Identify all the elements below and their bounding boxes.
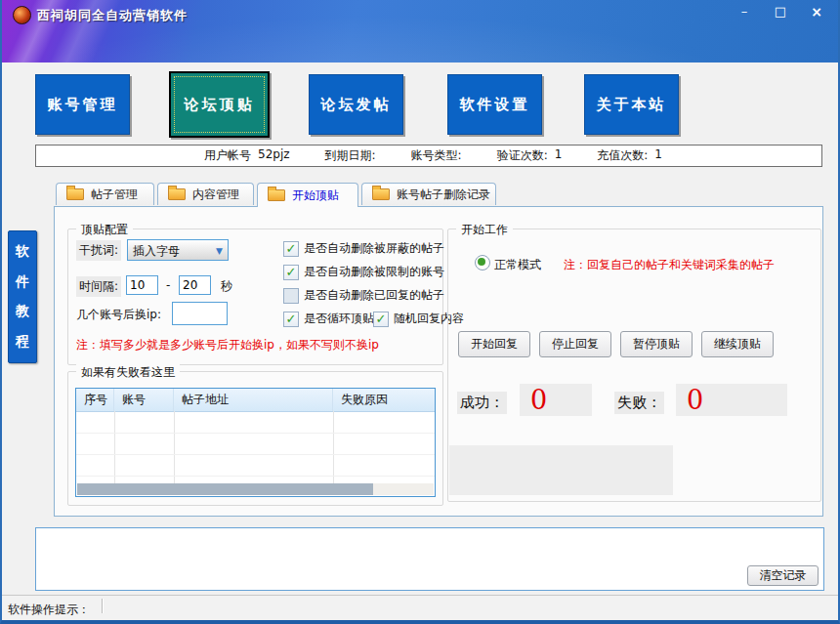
maximize-icon[interactable]: □ bbox=[771, 3, 790, 21]
status-panel bbox=[449, 445, 673, 495]
recharge-count-value: 1 bbox=[654, 147, 662, 164]
fail-count: 0 bbox=[676, 384, 787, 416]
failures-table: 序号 账号 帖子地址 失败原因 bbox=[75, 388, 436, 497]
software-tutorial-button[interactable]: 软 件 教 程 bbox=[8, 230, 37, 363]
folder-icon bbox=[268, 189, 285, 201]
checkbox-icon bbox=[283, 288, 299, 304]
ip-switch-label: 几个账号后换ip: bbox=[76, 307, 161, 323]
titlebar: 西祠胡同全自动营销软件 – □ × bbox=[0, 0, 840, 62]
status-bar: 软件操作提示： bbox=[0, 595, 840, 621]
status-hint-label: 软件操作提示： bbox=[8, 602, 90, 618]
checkbox-delete-replied-posts[interactable]: 是否自动删除已回复的帖子 bbox=[283, 287, 444, 304]
bump-config-group: 顶贴配置 干扰词: 插入字母 ▼ ✓ 是否自动删除被屏蔽的帖子 ✓ 是否自动删除… bbox=[67, 229, 443, 365]
scrollbar-thumb[interactable] bbox=[77, 483, 373, 495]
resume-bump-button[interactable]: 继续顶贴 bbox=[701, 331, 774, 357]
tab-strip: 帖子管理 内容管理 开始顶贴 账号帖子删除记录 bbox=[56, 183, 496, 207]
failures-table-header: 序号 账号 帖子地址 失败原因 bbox=[76, 389, 435, 412]
group-title: 如果有失败看这里 bbox=[76, 364, 180, 381]
checkbox-delete-restricted-accounts[interactable]: ✓ 是否自动删除被限制的账号 bbox=[283, 264, 444, 280]
tab-start-bump[interactable]: 开始顶贴 bbox=[257, 183, 358, 207]
column-header-account[interactable]: 账号 bbox=[114, 389, 174, 411]
work-group: 开始工作 正常模式 注：回复自己的帖子和关键词采集的帖子 开始回复 停止回复 暂… bbox=[447, 229, 821, 502]
expire-date-label: 到期日期: bbox=[325, 147, 376, 164]
fail-label: 失败： bbox=[614, 392, 664, 414]
account-info-bar: 用户帐号52pjz 到期日期: 账号类型: 验证次数:1 充值次数:1 bbox=[35, 145, 822, 167]
checkbox-icon: ✓ bbox=[373, 312, 389, 327]
horizontal-scrollbar[interactable] bbox=[77, 483, 434, 495]
window-controls: – □ × bbox=[735, 3, 826, 21]
account-type-label: 账号类型: bbox=[411, 147, 462, 164]
normal-mode-radio[interactable] bbox=[475, 255, 490, 270]
success-label: 成功： bbox=[457, 392, 507, 414]
nav-about-site-button[interactable]: 关于本站 bbox=[584, 74, 679, 135]
interval-from-input[interactable] bbox=[126, 275, 158, 295]
verify-count-value: 1 bbox=[555, 147, 563, 164]
table-row bbox=[76, 433, 435, 455]
success-count: 0 bbox=[520, 384, 592, 416]
log-area[interactable]: 清空记录 bbox=[35, 527, 824, 591]
clear-log-button[interactable]: 清空记录 bbox=[747, 565, 819, 586]
table-row bbox=[76, 411, 435, 434]
column-header-fail-reason[interactable]: 失败原因 bbox=[333, 389, 435, 411]
folder-icon bbox=[66, 188, 84, 200]
nav-software-settings-button[interactable]: 软件设置 bbox=[447, 74, 542, 135]
start-reply-button[interactable]: 开始回复 bbox=[458, 331, 530, 357]
stop-reply-button[interactable]: 停止回复 bbox=[539, 331, 611, 357]
column-header-index[interactable]: 序号 bbox=[76, 389, 114, 411]
tab-post-management[interactable]: 帖子管理 bbox=[56, 183, 154, 205]
nav-account-management-button[interactable]: 账号管理 bbox=[35, 74, 130, 135]
checkbox-icon: ✓ bbox=[283, 312, 299, 327]
tab-content-management[interactable]: 内容管理 bbox=[157, 183, 254, 205]
group-title: 顶贴配置 bbox=[76, 222, 133, 238]
ip-switch-input[interactable] bbox=[172, 302, 228, 325]
interfere-word-label: 干扰词: bbox=[76, 240, 121, 261]
checkbox-delete-blocked-posts[interactable]: ✓ 是否自动删除被屏蔽的帖子 bbox=[283, 240, 444, 257]
pause-bump-button[interactable]: 暂停顶贴 bbox=[620, 331, 693, 357]
interval-label: 时间隔: bbox=[76, 276, 121, 297]
close-icon[interactable]: × bbox=[807, 3, 826, 21]
normal-mode-label: 正常模式 bbox=[494, 257, 541, 273]
app-window: 西祠胡同全自动营销软件 – □ × 账号管理 论坛顶贴 论坛发帖 软件设置 关于… bbox=[0, 0, 840, 624]
failures-group: 如果有失败看这里 序号 账号 帖子地址 失败原因 bbox=[67, 371, 443, 506]
group-title: 开始工作 bbox=[456, 222, 513, 238]
tab-panel: 顶贴配置 干扰词: 插入字母 ▼ ✓ 是否自动删除被屏蔽的帖子 ✓ 是否自动删除… bbox=[54, 206, 823, 517]
checkbox-icon: ✓ bbox=[283, 265, 299, 280]
checkbox-loop-bump[interactable]: ✓ 是否循环顶贴 bbox=[283, 311, 374, 327]
checkbox-icon: ✓ bbox=[283, 241, 299, 257]
nav-forum-bump-button[interactable]: 论坛顶贴 bbox=[169, 71, 270, 138]
nav-forum-post-button[interactable]: 论坛发帖 bbox=[309, 74, 403, 135]
chevron-down-icon: ▼ bbox=[216, 240, 223, 262]
status-divider bbox=[102, 599, 104, 613]
user-account-label: 用户帐号 bbox=[204, 147, 251, 164]
table-row bbox=[76, 454, 435, 477]
app-title: 西祠胡同全自动营销软件 bbox=[37, 7, 188, 24]
app-icon bbox=[13, 6, 31, 24]
interval-dash: - bbox=[166, 278, 170, 292]
ip-note-text: 注：填写多少就是多少账号后开始换ip，如果不写则不换ip bbox=[76, 337, 379, 354]
folder-icon bbox=[372, 188, 390, 200]
verify-count-label: 验证次数: bbox=[497, 147, 548, 164]
user-account-value: 52pjz bbox=[258, 147, 290, 164]
mode-note-text: 注：回复自己的帖子和关键词采集的帖子 bbox=[564, 257, 775, 273]
tab-account-post-delete-log[interactable]: 账号帖子删除记录 bbox=[361, 183, 496, 205]
folder-icon bbox=[168, 188, 186, 200]
column-header-post-url[interactable]: 帖子地址 bbox=[174, 389, 333, 411]
interval-unit-label: 秒 bbox=[221, 278, 232, 295]
interfere-word-dropdown[interactable]: 插入字母 ▼ bbox=[127, 239, 229, 261]
interval-to-input[interactable] bbox=[179, 275, 211, 295]
recharge-count-label: 充值次数: bbox=[597, 147, 648, 164]
minimize-icon[interactable]: – bbox=[735, 3, 754, 21]
